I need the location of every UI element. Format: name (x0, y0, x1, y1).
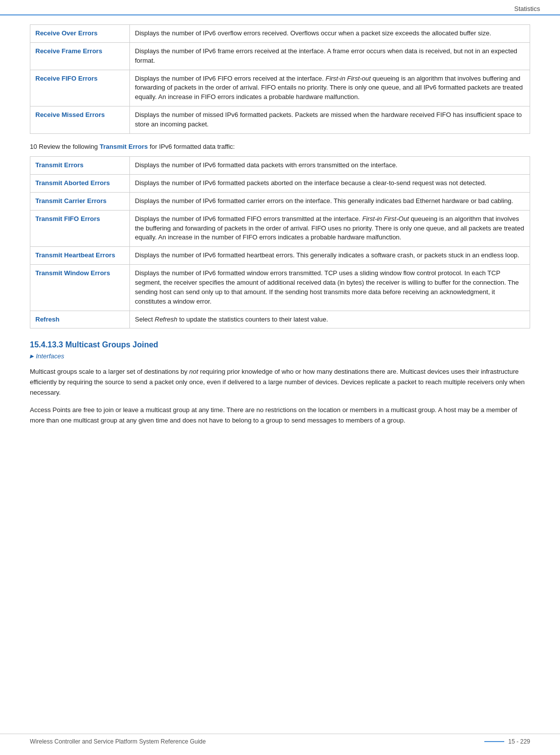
footer-right: 15 - 229 (484, 738, 530, 745)
definition-cell: Select Refresh to update the statistics … (130, 311, 530, 328)
table-row: Receive Missed ErrorsDisplays the number… (30, 107, 530, 134)
definition-cell: Displays the number of IPv6 frame errors… (130, 42, 530, 70)
term-cell: Transmit Aborted Errors (30, 175, 130, 193)
page-header: Statistics (0, 0, 560, 15)
term-cell: Receive Over Errors (30, 25, 130, 43)
definition-cell: Displays the number of IPv6 formatted he… (130, 247, 530, 265)
term-cell: Transmit Heartbeat Errors (30, 247, 130, 265)
definition-cell: Displays the number of IPv6 formatted FI… (130, 210, 530, 247)
footer-page: 15 - 229 (508, 738, 530, 745)
table-row: Transmit Window ErrorsDisplays the numbe… (30, 265, 530, 311)
footer-divider (484, 741, 504, 742)
table-row: Transmit Heartbeat ErrorsDisplays the nu… (30, 247, 530, 265)
term-cell: Transmit FIFO Errors (30, 210, 130, 247)
term-cell: Receive FIFO Errors (30, 70, 130, 107)
table-row: Transmit Carrier ErrorsDisplays the numb… (30, 192, 530, 210)
definition-cell: Displays the number of IPv6 formatted wi… (130, 265, 530, 311)
table-row: Receive Frame ErrorsDisplays the number … (30, 42, 530, 70)
term-cell: Receive Missed Errors (30, 107, 130, 134)
body-paragraph-1: Multicast groups scale to a larger set o… (30, 367, 530, 398)
term-cell: Transmit Errors (30, 157, 130, 175)
definition-cell: Displays the number of missed IPv6 forma… (130, 107, 530, 134)
table-row: Receive FIFO ErrorsDisplays the number o… (30, 70, 530, 107)
receive-errors-table: Receive Over ErrorsDisplays the number o… (30, 24, 530, 134)
table-row: Transmit FIFO ErrorsDisplays the number … (30, 210, 530, 247)
table-row: Receive Over ErrorsDisplays the number o… (30, 25, 530, 43)
table-row: Transmit Aborted ErrorsDisplays the numb… (30, 175, 530, 193)
term-cell: Transmit Carrier Errors (30, 192, 130, 210)
definition-cell: Displays the number of IPv6 formatted da… (130, 157, 530, 175)
definition-cell: Displays the number of IPv6 FIFO errors … (130, 70, 530, 107)
definition-cell: Displays the number of IPv6 formatted ca… (130, 192, 530, 210)
term-cell: Transmit Window Errors (30, 265, 130, 311)
term-cell: Receive Frame Errors (30, 42, 130, 70)
transmit-errors-table: Transmit ErrorsDisplays the number of IP… (30, 156, 530, 328)
transmit-intro: 10 Review the following Transmit Errors … (30, 142, 530, 152)
section-heading: 15.4.13.3 Multicast Groups Joined (30, 340, 530, 349)
table-row: Transmit ErrorsDisplays the number of IP… (30, 157, 530, 175)
footer-left: Wireless Controller and Service Platform… (30, 738, 206, 745)
definition-cell: Displays the number of IPv6 formatted pa… (130, 175, 530, 193)
term-cell: Refresh (30, 311, 130, 328)
page-footer: Wireless Controller and Service Platform… (0, 734, 560, 745)
interfaces-link[interactable]: Interfaces (30, 352, 530, 360)
body-paragraph-2: Access Points are free to join or leave … (30, 405, 530, 426)
table-row: RefreshSelect Refresh to update the stat… (30, 311, 530, 328)
header-title: Statistics (514, 5, 540, 12)
definition-cell: Displays the number of IPv6 overflow err… (130, 25, 530, 43)
